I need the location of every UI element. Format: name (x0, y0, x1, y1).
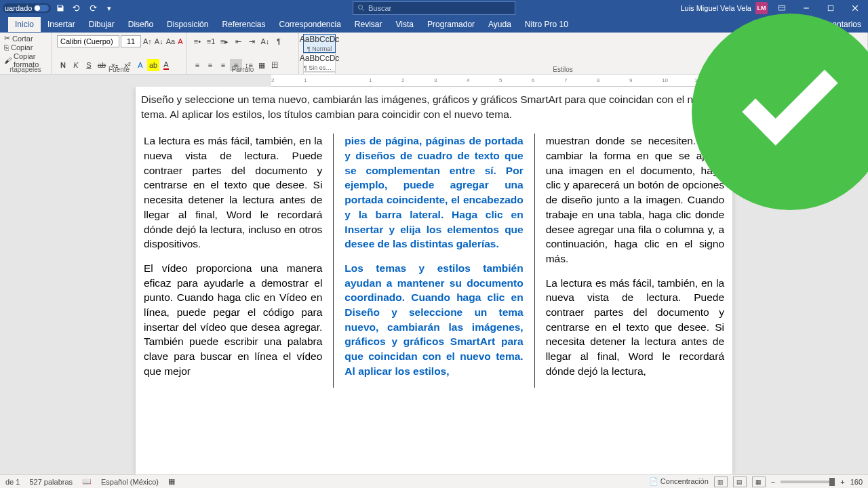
maximize-button[interactable] (821, 0, 841, 16)
statusbar: de 1 527 palabras 📖 Español (México) ▦ 📄… (0, 474, 868, 488)
qat-dropdown[interactable]: ▾ (102, 1, 116, 15)
numbering-button[interactable]: ≡1 (205, 35, 217, 47)
undo-button[interactable] (70, 1, 83, 15)
sort-button[interactable]: A↓ (259, 35, 271, 47)
tab-inicio[interactable]: Inicio (8, 17, 41, 32)
check-icon (742, 49, 837, 145)
titlebar: uardado ▾ Documento1 - Word Buscar Luis … (0, 0, 868, 16)
redo-button[interactable] (86, 1, 100, 15)
read-mode-button[interactable]: ▥ (714, 476, 728, 487)
web-layout-button[interactable]: ▦ (752, 476, 766, 487)
bullets-button[interactable]: ≡• (191, 35, 203, 47)
clipboard-group: ✂Cortar ⎘Copiar 🖌Copiar formato rtapapel… (0, 33, 52, 74)
font-name-input[interactable] (57, 35, 119, 47)
column-separator (534, 134, 535, 388)
grow-font-button[interactable]: A↑ (142, 35, 153, 47)
autosave-toggle[interactable]: uardado (3, 3, 51, 13)
increase-indent-button[interactable]: ⇥ (245, 35, 258, 47)
paragraph-group: ≡• ≡1 ≡▸ ⇤ ⇥ A↓ ¶ ≡ ≡ ≡ ≡ ↕≡ ▦ 田 Párrafo (187, 33, 299, 74)
font-group-label: Fuente (52, 66, 186, 73)
page[interactable]: Diseño y seleccione un tema nuevo, cambi… (136, 87, 732, 474)
search-input[interactable]: Buscar (353, 1, 515, 15)
scissors-icon: ✂ (4, 34, 10, 43)
zoom-slider[interactable] (781, 481, 835, 483)
copy-icon: ⎘ (4, 43, 9, 52)
font-group: A↑ A↓ Aa A N K S ab x₂ x² A ab A Fuente (52, 33, 187, 74)
column-2: pies de página, páginas de portada y dis… (342, 134, 526, 388)
user-avatar[interactable]: LM (755, 2, 768, 14)
tab-programador[interactable]: Programador (420, 17, 481, 32)
svg-rect-1 (779, 5, 785, 10)
style-normal[interactable]: AaBbCcDc¶ Normal (303, 34, 336, 53)
brush-icon: 🖌 (4, 56, 12, 64)
multilevel-button[interactable]: ≡▸ (218, 35, 231, 47)
tab-disposicion[interactable]: Disposición (160, 17, 215, 32)
tab-correspondencia[interactable]: Correspondencia (272, 17, 347, 32)
close-button[interactable] (845, 0, 865, 16)
autosave-label: uardado (5, 4, 32, 12)
decrease-indent-button[interactable]: ⇤ (232, 35, 244, 47)
column-3: muestran donde se necesiten. Para cambia… (543, 134, 727, 388)
column-1: La lectura es más fácil, también, en la … (141, 134, 325, 388)
shrink-font-button[interactable]: A↓ (154, 35, 164, 47)
tab-revisar[interactable]: Revisar (348, 17, 389, 32)
clipboard-group-label: rtapapeles (0, 66, 51, 73)
macro-icon[interactable]: ▦ (168, 477, 175, 486)
zoom-in-button[interactable]: + (840, 478, 844, 486)
user-name: Luis Miguel Vela Vela (680, 4, 751, 12)
tab-referencias[interactable]: Referencias (215, 17, 272, 32)
zoom-level[interactable]: 160 (850, 478, 863, 486)
change-case-button[interactable]: Aa (165, 35, 176, 47)
clear-format-button[interactable]: A (177, 35, 183, 47)
tab-diseno[interactable]: Diseño (121, 17, 160, 32)
cut-button[interactable]: ✂Cortar (4, 34, 47, 43)
language-indicator[interactable]: Español (México) (101, 478, 159, 486)
page-indicator[interactable]: de 1 (5, 478, 20, 486)
tab-insertar[interactable]: Insertar (41, 17, 82, 32)
show-marks-button[interactable]: ¶ (273, 35, 285, 47)
word-count[interactable]: 527 palabras (29, 478, 73, 486)
paragraph-group-label: Párrafo (187, 66, 298, 73)
tab-dibujar[interactable]: Dibujar (82, 17, 121, 32)
focus-mode[interactable]: 📄 Concentración (649, 477, 709, 486)
tab-ayuda[interactable]: Ayuda (481, 17, 518, 32)
svg-rect-2 (828, 5, 833, 11)
print-layout-button[interactable]: ▤ (733, 476, 747, 487)
intro-paragraph: Diseño y seleccione un tema nuevo, cambi… (141, 87, 727, 134)
spell-check-icon[interactable]: 📖 (82, 477, 92, 486)
tab-vista[interactable]: Vista (389, 17, 420, 32)
font-size-input[interactable] (121, 35, 141, 47)
svg-point-0 (359, 5, 363, 9)
search-placeholder: Buscar (368, 4, 391, 12)
column-separator (333, 134, 334, 388)
copy-button[interactable]: ⎘Copiar (4, 43, 47, 52)
search-icon (357, 4, 366, 12)
tab-nitro[interactable]: Nitro Pro 10 (518, 17, 575, 32)
zoom-out-button[interactable]: − (771, 478, 775, 486)
save-button[interactable] (54, 1, 67, 15)
